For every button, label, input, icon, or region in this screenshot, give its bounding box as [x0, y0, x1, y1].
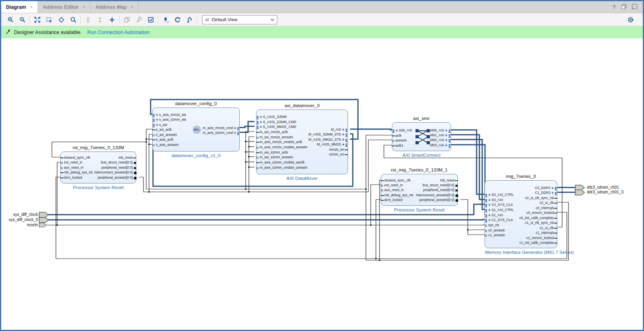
validate-design-icon[interactable] — [145, 14, 156, 25]
pin-s_axi_aresetn[interactable]: s_axi_aresetn — [156, 133, 177, 137]
pin-mb_reset[interactable]: mb_reset — [119, 156, 133, 160]
pin-mb_reset[interactable]: mb_reset — [440, 178, 454, 183]
pin-c0_mmcm_locked[interactable]: c0_mmcm_locked — [527, 211, 554, 215]
settings-gear-icon[interactable] — [625, 14, 636, 25]
regenerate-layout-icon[interactable] — [172, 14, 183, 25]
run-connection-automation-link[interactable]: Run Connection Automation — [87, 30, 150, 35]
view-selector[interactable]: Default View — [202, 15, 277, 24]
pin-bus_struct_reset[0:0][interactable]: bus_struct_reset[0:0] — [101, 160, 133, 165]
pin-S0_AXI[interactable]: + S0_AXI — [488, 198, 503, 202]
pin-c1_aresetn[interactable]: c1_aresetn — [488, 233, 505, 237]
pin-C1_SYS_CLK[interactable]: + C1_SYS_CLK — [488, 218, 513, 222]
pin-interconnect_aresetn[0:0][interactable]: interconnect_aresetn[0:0] — [94, 170, 133, 175]
pin-slowest_sync_clk[interactable]: slowest_sync_clk — [64, 156, 90, 160]
zoom-fit-icon[interactable] — [32, 14, 42, 25]
pin-M03_AXI[interactable]: M03_AXI + — [430, 143, 447, 148]
pin-m_axis_mm2s_cmdsts_aclk[interactable]: m_axis_mm2s_cmdsts_aclk — [260, 140, 302, 144]
pin-M_AXIS_S2MM_STS[interactable]: M_AXIS_S2MM_STS + — [308, 132, 344, 137]
pin-M00_AXI[interactable]: M00_AXI + — [430, 128, 447, 133]
ip-block-datamover_config_0[interactable]: datamover_config_0datamover_config_v1_0+… — [152, 108, 240, 152]
pin-S_AXIS_S2MM_CMD[interactable]: + S_AXIS_S2MM_CMD — [260, 120, 296, 124]
pin-ext_reset_in[interactable]: ext_reset_in — [64, 160, 82, 165]
pin-sys_rst[interactable]: sys_rst — [488, 223, 499, 227]
pin-s_axi[interactable]: + s_axi — [156, 123, 167, 127]
close-icon[interactable]: × — [131, 4, 133, 10]
zoom-out-icon[interactable] — [17, 14, 28, 25]
pin-m_axis_s2mm_cmdsts_aresetn[interactable]: m_axis_s2mm_cmdsts_aresetn — [260, 166, 308, 170]
pin-m_axi_s2mm_aresetn[interactable]: m_axi_s2mm_aresetn — [260, 155, 293, 160]
zoom-in-icon[interactable] — [5, 14, 16, 25]
pin-aux_reset_in[interactable]: aux_reset_in — [64, 166, 83, 170]
pin-M02_AXI[interactable]: M02_AXI + — [430, 138, 447, 142]
external-port-sys_diff_clock_0[interactable]: sys_diff_clock_0 — [1, 217, 38, 222]
pin-c1_interrupt[interactable]: c1_interrupt — [536, 231, 554, 235]
pin-c1_ui_clk[interactable]: c1_ui_clk — [540, 226, 554, 230]
pin-m_axis_s2mm_cmdsts_awclk[interactable]: m_axis_s2mm_cmdsts_awclk — [260, 160, 304, 165]
pin-mb_debug_sys_rst[interactable]: mb_debug_sys_rst — [384, 193, 413, 197]
pin-s_axis_s2mm_sts[interactable]: + s_axis_s2mm_sts — [156, 118, 186, 122]
pin-c1_mmcm_locked[interactable]: c1_mmcm_locked — [527, 236, 554, 240]
external-port-ddr3_sdram_ch01_0[interactable]: ddr3_sdram_ch01_0 — [587, 190, 624, 195]
pin-C0_DDR3[interactable]: C0_DDR3 + — [535, 186, 554, 190]
pin-c1_init_calib_complete[interactable]: c1_init_calib_complete — [519, 241, 554, 245]
add-ip-icon[interactable] — [107, 14, 117, 25]
pin-m_axis_mm2s_cmdsts_aresetn[interactable]: m_axis_mm2s_cmdsts_aresetn — [260, 145, 308, 150]
pin-c0_interrupt[interactable]: c0_interrupt — [536, 206, 554, 210]
pin-s_axis_aclk[interactable]: s_axis_aclk — [156, 138, 173, 142]
pin-S0_AXI_CTRL[interactable]: + S0_AXI_CTRL — [488, 193, 514, 197]
float-icon[interactable] — [621, 4, 626, 11]
pin-S_AXIS_S2MM[interactable]: + S_AXIS_S2MM — [260, 115, 286, 119]
ip-block-rst_mig_7series_0_133M_1[interactable]: rst_mig_7series_0_133M_1Processor System… — [381, 174, 458, 206]
pin-aclk1[interactable]: aclk1 — [396, 144, 403, 148]
search-icon[interactable] — [68, 14, 78, 25]
tab-diagram[interactable]: Diagram × — [1, 1, 38, 13]
optimize-routing-icon[interactable] — [184, 14, 195, 25]
pin-icon[interactable] — [160, 14, 171, 25]
tab-address-editor[interactable]: Address Editor × — [38, 1, 91, 13]
pin-slowest_sync_clk[interactable]: slowest_sync_clk — [384, 178, 411, 183]
external-port-ddr3_sdram_ch01[interactable]: ddr3_sdram_ch01 — [587, 185, 619, 190]
pin-s2mm_err[interactable]: s2mm_err — [329, 152, 344, 157]
pin-aux_reset_in[interactable]: aux_reset_in — [384, 188, 404, 192]
external-port-resetn[interactable]: resetn — [1, 223, 38, 227]
pin-M_AXIS_MM2S_STS[interactable]: M_AXIS_MM2S_STS + — [308, 138, 344, 142]
ip-block-axi_datamover_0[interactable]: axi_datamover_0AXI DataMover+ S_AXIS_S2M… — [256, 110, 348, 174]
pin-m_axi_mm2s_aclk[interactable]: m_axi_mm2s_aclk — [260, 130, 288, 134]
pin-c0_ui_clk[interactable]: c0_ui_clk — [540, 201, 554, 205]
pin-bus_struct_reset[0:0][interactable]: bus_struct_reset[0:0] — [423, 183, 454, 187]
pin-s_axis_aresetn[interactable]: s_axis_aresetn — [156, 143, 179, 147]
pin-C0_SYS_CLK[interactable]: + C0_SYS_CLK — [488, 203, 513, 207]
pin-ext_reset_in[interactable]: ext_reset_in — [384, 183, 403, 187]
pin-C1_DDR3[interactable]: C1_DDR3 + — [535, 191, 554, 195]
tab-address-map[interactable]: Address Map × — [91, 1, 139, 13]
pin-peripheral_reset[0:0][interactable]: peripheral_reset[0:0] — [101, 166, 133, 170]
pin-m_axi_mm2s_aresetn[interactable]: m_axi_mm2s_aresetn — [260, 135, 293, 140]
pin-dcm_locked[interactable]: dcm_locked — [384, 198, 402, 202]
external-port-sys_diff_clock[interactable]: sys_diff_clock — [1, 212, 38, 217]
pin-M_AXI[interactable]: M_AXI + — [331, 128, 344, 132]
pin-M01_AXI[interactable]: M01_AXI + — [430, 133, 447, 138]
pin-m_axis_s2mm_cmd[interactable]: m_axis_s2mm_cmd + — [203, 131, 236, 135]
pin-s_axis_mm2s_sts[interactable]: + s_axis_mm2s_sts — [156, 113, 186, 117]
zoom-to-selection-icon[interactable] — [44, 14, 54, 25]
help-icon[interactable]: ? — [612, 4, 616, 10]
pin-c0_aresetn[interactable]: c0_aresetn — [488, 228, 505, 233]
pin-peripheral_aresetn[0:0][interactable]: peripheral_aresetn[0:0] — [419, 198, 454, 202]
pin-S1_AXI[interactable]: + S1_AXI — [488, 213, 503, 217]
ip-block-mig_7series_0[interactable]: mig_7series_0Memory Interface Generator … — [485, 180, 557, 248]
pin-mb_debug_sys_rst[interactable]: mb_debug_sys_rst — [64, 170, 93, 175]
pin-mm2s_err[interactable]: mm2s_err — [329, 148, 344, 152]
pin-peripheral_aresetn[0:0][interactable]: peripheral_aresetn[0:0] — [98, 175, 133, 180]
diagram-canvas[interactable]: rst_mig_7series_0_133MProcessor System R… — [1, 38, 644, 331]
pin-S00_AXI[interactable]: + S00_AXI — [396, 128, 412, 133]
pin-peripheral_reset[0:0][interactable]: peripheral_reset[0:0] — [423, 188, 454, 192]
maximize-icon[interactable] — [632, 4, 637, 11]
pin-interconnect_aresetn[0:0][interactable]: interconnect_aresetn[0:0] — [416, 193, 454, 197]
pin-dcm_locked[interactable]: dcm_locked — [64, 175, 82, 180]
pin-c0_ui_clk_sync_rst[interactable]: c0_ui_clk_sync_rst — [525, 196, 554, 200]
pin-aclk[interactable]: aclk — [396, 134, 402, 138]
ip-block-rst_mig_7series_0_133M[interactable]: rst_mig_7series_0_133MProcessor System R… — [60, 152, 136, 183]
pin-aresetn[interactable]: aresetn — [396, 138, 407, 143]
close-icon[interactable]: × — [30, 4, 33, 10]
pin-c1_ui_clk_sync_rst[interactable]: c1_ui_clk_sync_rst — [525, 221, 554, 225]
